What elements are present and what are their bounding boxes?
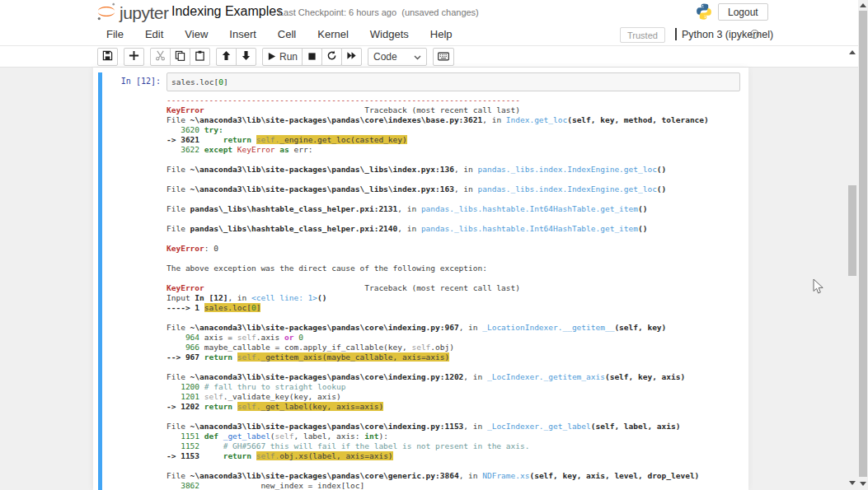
traceback-line: File ~\anaconda3\lib\site-packages\panda… — [167, 115, 709, 125]
traceback-line: KeyError Traceback (most recent call las… — [167, 283, 709, 293]
menu-item-insert[interactable]: Insert — [218, 23, 267, 45]
traceback-line: 3862 new_index = index[loc] — [167, 481, 709, 490]
menu-items: FileEditViewInsertCellKernelWidgetsHelp — [96, 23, 463, 45]
interrupt-kernel-button[interactable] — [302, 48, 322, 66]
save-icon — [102, 49, 113, 64]
add-cell-icon — [129, 49, 139, 64]
window-scroll-down-icon[interactable] — [860, 482, 866, 486]
notebook-scrollbar-thumb[interactable] — [848, 185, 856, 276]
traceback-line: ​ — [167, 313, 709, 323]
menu-item-cell[interactable]: Cell — [267, 23, 307, 45]
traceback-line: ​ — [167, 273, 709, 283]
cell-input-code: sales.loc[0] — [171, 77, 735, 87]
python-logo-icon — [695, 2, 713, 24]
menu-item-widgets[interactable]: Widgets — [359, 23, 420, 45]
restart-run-all-button[interactable] — [341, 48, 362, 66]
cell-type-value: Code — [373, 51, 397, 63]
jupyter-logo[interactable]: jupyter — [96, 1, 169, 26]
notebook-scrollbar[interactable] — [847, 46, 857, 490]
cut-button[interactable] — [150, 48, 171, 66]
jupyter-logo-text: jupyter — [120, 3, 169, 23]
window-scroll-up-icon[interactable] — [860, 3, 866, 7]
traceback-line: KeyError Traceback (most recent call las… — [167, 105, 709, 115]
paste-icon — [195, 49, 205, 64]
jupyter-notebook-window: jupyter Indexing Examples Last Checkpoin… — [0, 0, 868, 490]
menu-item-file[interactable]: File — [96, 23, 134, 45]
command-palette-button[interactable] — [433, 48, 454, 66]
add-cell-button[interactable] — [124, 48, 144, 66]
restart-icon — [326, 49, 337, 64]
traceback-line: File ~\anaconda3\lib\site-packages\panda… — [167, 323, 709, 333]
traceback-line: File ~\anaconda3\lib\site-packages\panda… — [167, 372, 709, 382]
menu-item-help[interactable]: Help — [420, 23, 463, 45]
checkpoint-status: Last Checkpoint: 6 hours ago (unsaved ch… — [279, 7, 479, 17]
cut-icon — [155, 49, 166, 64]
stop-icon — [307, 49, 317, 64]
traceback-line: 3620 try: — [167, 125, 709, 135]
jupyter-logo-icon — [96, 1, 117, 26]
move-cell-down-button[interactable] — [236, 48, 256, 66]
page-title[interactable]: Indexing Examples — [171, 4, 283, 19]
traceback-line: -> 1202 return self._get_label(key, axis… — [167, 402, 709, 412]
kernel-separator — [675, 28, 677, 40]
notebook-container: In [12]: sales.loc[0] ------------------… — [93, 68, 748, 490]
move-cell-up-button[interactable] — [216, 48, 237, 66]
cell-input-editor[interactable]: sales.loc[0] — [167, 72, 740, 91]
traceback-line: 966 maybe_callable = com.apply_if_callab… — [167, 343, 709, 352]
kernel-name: Python 3 (ipykernel) — [682, 29, 773, 40]
traceback: ----------------------------------------… — [167, 96, 709, 490]
menu-item-kernel[interactable]: Kernel — [307, 23, 359, 45]
scroll-up-icon[interactable] — [849, 50, 856, 54]
traceback-line: File ~\anaconda3\lib\site-packages\panda… — [167, 165, 709, 175]
notebook-toolbar: Run Code — [0, 46, 858, 68]
traceback-line: Input In [12], in <cell line: 1>() — [167, 293, 709, 303]
restart-run-all-icon — [346, 49, 357, 64]
traceback-line: File ~\anaconda3\lib\site-packages\panda… — [167, 184, 709, 194]
traceback-line: -> 1153 return self.obj.xs(label, axis=a… — [167, 451, 709, 461]
window-scrollbar-thumb[interactable] — [859, 11, 867, 477]
logout-button[interactable]: Logout — [718, 3, 768, 21]
restart-kernel-button[interactable] — [321, 48, 342, 66]
traceback-line: ​ — [167, 155, 709, 165]
save-button[interactable] — [97, 48, 118, 66]
traceback-line: --> 967 return self._getitem_axis(maybe_… — [167, 352, 709, 362]
traceback-line: 3622 except KeyError as err: — [167, 145, 709, 155]
menu-item-view[interactable]: View — [174, 23, 218, 45]
menu-item-edit[interactable]: Edit — [134, 23, 174, 45]
paste-button[interactable] — [190, 48, 210, 66]
header: jupyter Indexing Examples Last Checkpoin… — [0, 0, 858, 23]
traceback-line: ​ — [167, 175, 709, 184]
window-scrollbar[interactable] — [858, 0, 868, 490]
traceback-line: ​ — [167, 461, 709, 471]
traceback-line: KeyError: 0 — [167, 244, 709, 254]
menubar: FileEditViewInsertCellKernelWidgetsHelp … — [0, 23, 858, 46]
chevron-down-icon — [414, 51, 421, 63]
copy-button[interactable] — [170, 48, 190, 66]
trusted-badge[interactable]: Trusted — [620, 27, 665, 43]
run-button-label: Run — [279, 51, 298, 63]
selected-code-cell[interactable]: In [12]: sales.loc[0] ------------------… — [98, 72, 744, 490]
traceback-line: ----> 1 sales.loc[0] — [167, 303, 709, 313]
traceback-line: 964 axis = self.axis or 0 — [167, 333, 709, 343]
input-prompt: In [12]: — [102, 72, 161, 86]
traceback-line: 1152 # GH#5667 this will fail if the lab… — [167, 441, 709, 451]
traceback-line: -> 3621 return self._engine.get_loc(cast… — [167, 135, 709, 145]
cell-type-select[interactable]: Code — [368, 48, 427, 66]
run-icon — [267, 49, 276, 64]
run-button[interactable]: Run — [262, 48, 303, 66]
scroll-down-icon[interactable] — [849, 481, 856, 485]
traceback-line: The above exception was the direct cause… — [167, 264, 709, 273]
traceback-line: 1201 self._validate_key(key, axis) — [167, 392, 709, 402]
traceback-line: ​ — [167, 194, 709, 204]
traceback-line: File pandas\_libs\hashtable_class_helper… — [167, 204, 709, 214]
traceback-line: ----------------------------------------… — [167, 96, 709, 105]
traceback-line: ​ — [167, 362, 709, 372]
traceback-line: ​ — [167, 412, 709, 422]
kernel-status-icon — [750, 30, 759, 39]
move-up-icon — [221, 49, 232, 64]
traceback-line: 1200 # fall thru to straight lookup — [167, 382, 709, 392]
mouse-cursor — [813, 278, 824, 298]
move-down-icon — [241, 49, 251, 64]
keyboard-icon — [438, 49, 449, 64]
copy-icon — [175, 49, 185, 64]
